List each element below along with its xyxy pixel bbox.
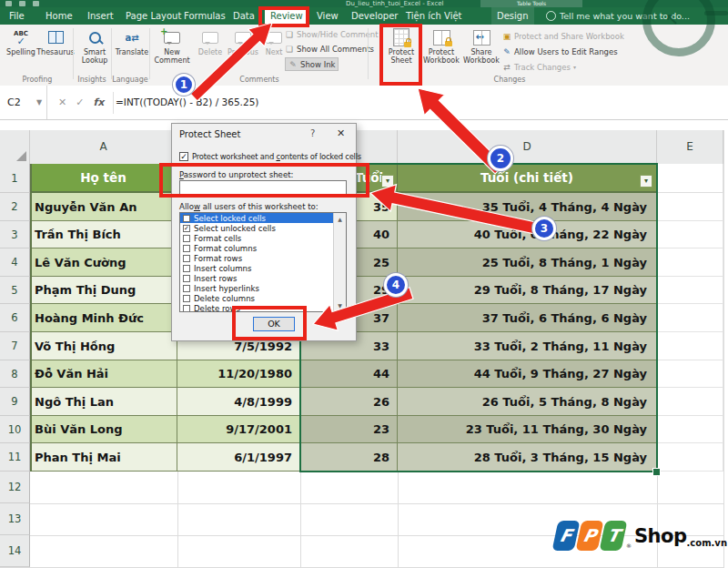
header-cell-name[interactable]: Họ tên (30, 164, 177, 193)
cell-age-detail[interactable]: 26 Tuổi, 5 Tháng, 8 Ngày (398, 388, 657, 416)
cell-name[interactable]: Lê Văn Cường (30, 248, 177, 277)
fill-handle[interactable] (652, 468, 661, 476)
checkbox[interactable] (183, 265, 190, 272)
option-format-columns[interactable]: Format columns (180, 243, 346, 253)
cell-empty[interactable] (657, 360, 723, 388)
tab-file[interactable]: File (4, 7, 30, 25)
tab-home[interactable]: Home (40, 7, 78, 25)
allow-edit-ranges-button[interactable]: ✎Allow Users to Edit Ranges (502, 46, 618, 57)
tab-formulas[interactable]: Formulas (178, 7, 231, 25)
row-header-4[interactable]: 4 (0, 248, 30, 277)
row-header-14[interactable]: 14 (0, 535, 30, 567)
spelling-button[interactable]: ABC✓ Spelling (2, 26, 40, 74)
cell-empty[interactable] (657, 277, 723, 304)
protect-worksheet-checkbox[interactable]: ✓ (179, 152, 188, 161)
option-select-unlocked-cells[interactable]: ✓Select unlocked cells (180, 223, 346, 233)
protect-workbook-button[interactable]: Protect Workbook (422, 26, 460, 74)
checkbox-checked[interactable]: ✓ (183, 225, 190, 232)
tab-insert[interactable]: Insert (82, 7, 119, 25)
smart-lookup-button[interactable]: Smart Lookup (76, 26, 114, 74)
show-hide-comment-button[interactable]: ❏Show/Hide Comment (285, 28, 379, 40)
cell-age-detail[interactable]: 37 Tuổi, 6 Tháng, 6 Ngày (398, 304, 657, 332)
cell-empty[interactable] (657, 221, 723, 248)
option-delete-columns[interactable]: Delete columns (180, 293, 346, 303)
cell-empty[interactable] (657, 443, 723, 472)
tab-tien-ich-viet[interactable]: Tiện ích Việt (400, 7, 468, 25)
save-icon[interactable] (5, 1, 12, 6)
cell-age-detail[interactable]: 44 Tuổi, 9 Tháng, 27 Ngày (398, 360, 657, 388)
row-header-1[interactable]: 1 (0, 164, 30, 193)
row-header-10[interactable]: 10 (0, 416, 30, 443)
cell-name[interactable]: Phạm Thị Dung (30, 277, 177, 304)
close-icon[interactable]: ✕ (337, 127, 345, 139)
row-header-12[interactable]: 12 (0, 472, 30, 503)
cell-age-detail[interactable]: 23 Tuổi, 11 Tháng, 30 Ngày (398, 416, 657, 443)
row-header-5[interactable]: 5 (0, 277, 30, 304)
row-header-13[interactable]: 13 (0, 503, 30, 535)
ok-button[interactable]: OK (253, 317, 295, 331)
listbox-scrollbar[interactable]: ▲ ▼ (333, 213, 346, 311)
option-insert-columns[interactable]: Insert columns (180, 263, 346, 273)
cell-dob[interactable]: 9/17/2001 (177, 416, 300, 443)
cancel-entry-icon[interactable]: ✕ (58, 96, 66, 108)
checkbox-checked[interactable]: ✓ (183, 215, 190, 222)
cell-name[interactable]: Ngô Thị Lan (30, 388, 177, 416)
cell-name[interactable]: Bùi Văn Long (30, 416, 177, 443)
cell-name[interactable]: Hoàng Minh Đức (30, 304, 177, 332)
tab-view[interactable]: View (311, 7, 344, 25)
column-header-e[interactable]: E (657, 130, 723, 164)
scroll-down-icon[interactable]: ▼ (334, 299, 346, 311)
cell-age-detail[interactable]: 35 Tuổi, 4 Tháng, 4 Ngày (398, 193, 657, 221)
protect-share-workbook-button[interactable]: ▣Protect and Share Workbook (502, 30, 624, 42)
cell-age[interactable]: 23 (300, 416, 398, 443)
cell-dob[interactable]: 11/20/1980 (177, 360, 300, 388)
track-changes-button[interactable]: ⇄Track Changes▾ (502, 61, 576, 73)
option-format-cells[interactable]: Format cells (180, 233, 346, 243)
row-header-9[interactable]: 9 (0, 388, 30, 416)
cell-age[interactable]: 26 (300, 388, 398, 416)
checkbox[interactable] (183, 255, 190, 262)
new-comment-button[interactable]: + New Comment (153, 26, 191, 74)
row-header-3[interactable]: 3 (0, 221, 30, 248)
header-cell-age-detail[interactable]: Tuổi (chi tiết) (398, 164, 657, 193)
row-header-2[interactable]: 2 (0, 193, 30, 221)
cell-empty[interactable] (657, 193, 723, 221)
row-header-6[interactable]: 6 (0, 304, 30, 332)
cell-empty[interactable] (657, 332, 723, 360)
column-header-a[interactable]: A (30, 130, 177, 164)
cell-name[interactable]: Đỗ Văn Hải (30, 360, 177, 388)
tab-developer[interactable]: Developer (346, 7, 403, 25)
protect-sheet-button[interactable]: Protect Sheet (382, 26, 420, 74)
row-header-7[interactable]: 7 (0, 332, 30, 360)
tab-data[interactable]: Data (228, 7, 260, 25)
cell-age-detail[interactable]: 40 Tuổi, 0 Tháng, 22 Ngày (398, 221, 657, 248)
cell-age-detail[interactable]: 33 Tuổi, 2 Tháng, 11 Ngày (398, 332, 657, 360)
filter-dropdown-icon[interactable]: ▾ (381, 175, 394, 188)
help-icon[interactable]: ? (310, 128, 315, 138)
password-input[interactable] (179, 180, 347, 195)
checkbox[interactable] (183, 245, 190, 252)
checkbox[interactable] (183, 305, 190, 312)
cell-age-detail[interactable]: 28 Tuổi, 3 Tháng, 15 Ngày (398, 443, 657, 472)
cell-age-detail[interactable]: 29 Tuổi, 8 Tháng, 17 Ngày (398, 277, 657, 304)
cell-empty[interactable] (657, 304, 723, 332)
enter-entry-icon[interactable]: ✓ (76, 96, 84, 108)
scroll-up-icon[interactable]: ▲ (334, 213, 346, 225)
cell-age[interactable]: 44 (300, 360, 398, 388)
tab-page-layout[interactable]: Page Layout (120, 7, 187, 25)
thesaurus-button[interactable]: Thesaurus (36, 26, 75, 74)
cell-empty[interactable] (657, 388, 723, 416)
cell-dob[interactable]: 4/8/1999 (177, 388, 300, 416)
insert-function-icon[interactable]: fx (93, 96, 104, 108)
cell-name[interactable]: Nguyễn Văn An (30, 193, 177, 221)
translate-button[interactable]: a⇄ Translate (113, 26, 151, 74)
select-all-corner[interactable] (0, 130, 30, 164)
tab-design[interactable]: Design (491, 7, 534, 25)
share-workbook-button[interactable]: ↔ Share Workbook (462, 26, 500, 74)
cell-name[interactable]: Phan Thị Mai (30, 443, 177, 472)
row-header-11[interactable]: 11 (0, 443, 30, 472)
cell-dob[interactable]: 6/1/1997 (177, 443, 300, 472)
undo-icon[interactable] (19, 1, 25, 6)
option-delete-rows[interactable]: Delete rows (180, 303, 346, 312)
show-all-comments-button[interactable]: ❏Show All Comments (285, 43, 374, 55)
